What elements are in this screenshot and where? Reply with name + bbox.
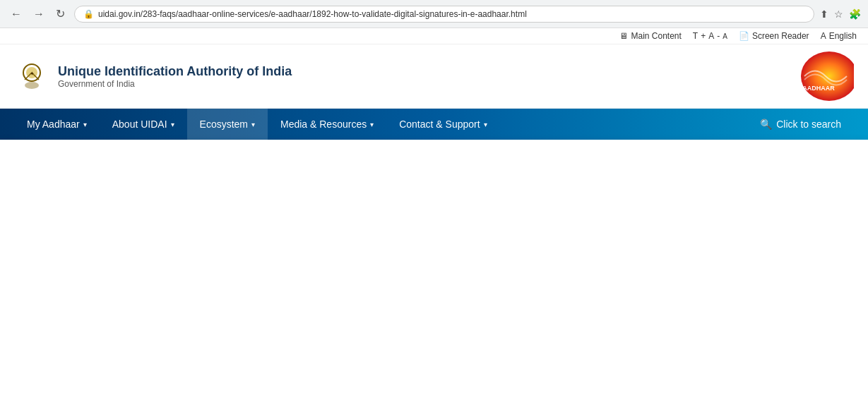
language-label: English bbox=[829, 31, 857, 41]
monitor-icon: 🖥 bbox=[619, 31, 628, 41]
nav-about-uidai[interactable]: About UIDAI ▾ bbox=[100, 109, 187, 140]
header-text: Unique Identification Authority of India… bbox=[58, 64, 292, 89]
nav-my-aadhaar-arrow: ▾ bbox=[83, 121, 87, 128]
header-left: ✦ Unique Identification Authority of Ind… bbox=[14, 59, 292, 94]
language-icon: A bbox=[821, 31, 826, 41]
svg-text:✦: ✦ bbox=[30, 71, 35, 77]
nav-contact-support[interactable]: Contact & Support ▾ bbox=[386, 109, 499, 140]
nav-ecosystem[interactable]: Ecosystem ▾ bbox=[187, 109, 268, 140]
government-emblem: ✦ bbox=[14, 59, 49, 94]
font-dash: - bbox=[717, 31, 720, 41]
nav-about-uidai-arrow: ▾ bbox=[171, 121, 174, 128]
nav-items: My Aadhaar ▾ About UIDAI ▾ Ecosystem ▾ M… bbox=[14, 109, 500, 140]
font-plus: + bbox=[701, 31, 706, 41]
browser-navigation: ← → ↻ bbox=[7, 6, 69, 22]
search-button[interactable]: 🔍 Click to search bbox=[747, 109, 854, 140]
main-navigation: My Aadhaar ▾ About UIDAI ▾ Ecosystem ▾ M… bbox=[0, 109, 868, 140]
nav-ecosystem-arrow: ▾ bbox=[251, 121, 255, 128]
nav-contact-support-label: Contact & Support bbox=[399, 119, 480, 130]
nav-media-resources-label: Media & Resources bbox=[280, 119, 367, 130]
lock-icon: 🔒 bbox=[83, 9, 94, 19]
font-a-large: A bbox=[708, 31, 714, 41]
browser-bar: ← → ↻ 🔒 uidai.gov.in/283-faqs/aadhaar-on… bbox=[0, 0, 868, 28]
main-content-label: Main Content bbox=[631, 31, 681, 41]
gov-label: Government of India bbox=[58, 79, 292, 89]
nav-my-aadhaar-label: My Aadhaar bbox=[27, 119, 80, 130]
site-header: ✦ Unique Identification Authority of Ind… bbox=[0, 44, 868, 109]
url-text: uidai.gov.in/283-faqs/aadhaar-online-ser… bbox=[98, 9, 805, 19]
address-bar[interactable]: 🔒 uidai.gov.in/283-faqs/aadhaar-online-s… bbox=[74, 6, 814, 23]
screen-reader-link[interactable]: 📄 Screen Reader bbox=[739, 31, 809, 41]
org-name: Unique Identification Authority of India bbox=[58, 64, 292, 79]
screen-reader-icon: 📄 bbox=[739, 31, 749, 41]
aadhaar-logo-container: AADHAAR bbox=[783, 51, 854, 101]
aadhaar-logo: AADHAAR bbox=[783, 51, 854, 101]
screen-reader-label: Screen Reader bbox=[752, 31, 809, 41]
language-selector[interactable]: A English bbox=[821, 31, 857, 41]
font-icon: T bbox=[693, 31, 698, 41]
forward-button[interactable]: → bbox=[30, 6, 48, 22]
main-content-link[interactable]: 🖥 Main Content bbox=[619, 31, 681, 41]
nav-contact-support-arrow: ▾ bbox=[484, 121, 487, 128]
search-label: Click to search bbox=[776, 119, 841, 130]
nav-ecosystem-label: Ecosystem bbox=[200, 119, 248, 130]
font-a-small: A bbox=[723, 32, 727, 40]
svg-point-2 bbox=[25, 82, 39, 89]
back-button[interactable]: ← bbox=[7, 6, 25, 22]
share-button[interactable]: ⬆ bbox=[820, 8, 828, 20]
nav-media-resources[interactable]: Media & Resources ▾ bbox=[268, 109, 386, 140]
reload-button[interactable]: ↻ bbox=[52, 6, 69, 22]
svg-text:AADHAAR: AADHAAR bbox=[802, 85, 835, 92]
bookmark-button[interactable]: ☆ bbox=[834, 8, 843, 20]
nav-about-uidai-label: About UIDAI bbox=[112, 119, 167, 130]
search-icon: 🔍 bbox=[760, 119, 772, 130]
browser-action-buttons: ⬆ ☆ 🧩 bbox=[820, 8, 861, 20]
nav-media-resources-arrow: ▾ bbox=[370, 121, 374, 128]
extension-button[interactable]: 🧩 bbox=[849, 8, 861, 20]
nav-my-aadhaar[interactable]: My Aadhaar ▾ bbox=[14, 109, 100, 140]
accessibility-bar: 🖥 Main Content T + A - A 📄 Screen Reader… bbox=[0, 28, 868, 44]
font-size-controls[interactable]: T + A - A bbox=[693, 31, 727, 41]
